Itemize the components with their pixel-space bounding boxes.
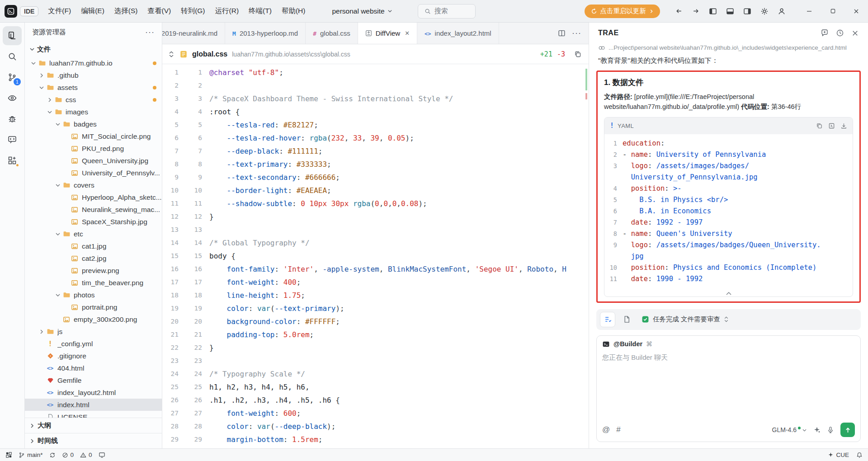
problems-errors[interactable]: 0 [62, 452, 74, 458]
code-line[interactable]: 1818 line-height: 1.75; [162, 289, 589, 302]
problems-warnings[interactable]: 0 [80, 452, 92, 458]
toggle-bottom-panel-icon[interactable] [722, 4, 738, 19]
code-line[interactable]: 22 [162, 79, 589, 92]
changed-files-button[interactable] [620, 313, 633, 326]
code-line[interactable]: 44:root { [162, 105, 589, 118]
sync-icon[interactable] [49, 452, 56, 458]
ports-icon[interactable] [99, 452, 105, 458]
tree-item[interactable]: LICENSE [25, 411, 162, 418]
tree-item[interactable]: cat2.jpg [25, 252, 162, 264]
activitybar-debug[interactable] [3, 109, 22, 128]
toggle-right-panel-icon[interactable] [740, 4, 755, 19]
code-line[interactable]: 2222} [162, 341, 589, 354]
collapse-code-button[interactable] [604, 288, 853, 296]
tree-item[interactable]: MIT_Social_circle.png [25, 130, 162, 142]
tree-item[interactable]: etc [25, 228, 162, 240]
tree-item[interactable]: .github [25, 69, 162, 81]
context-file-reference[interactable]: ...Project\personal website\luahan77m.gi… [589, 43, 868, 54]
tree-item[interactable]: tim_the_beaver.png [25, 277, 162, 289]
code-line[interactable]: 2020 background-color: #FFFFFF; [162, 315, 589, 328]
code-line[interactable]: 1616 font-family: 'Inter', -apple-system… [162, 263, 589, 276]
tree-item[interactable]: <>404.html [25, 362, 162, 374]
tree-item[interactable]: images [25, 106, 162, 118]
yaml-code-body[interactable]: 1education:2- name: University of Pennsy… [604, 134, 853, 288]
code-line[interactable]: 66 --tesla-red-hover: rgba(232, 33, 39, … [162, 132, 589, 145]
tree-item[interactable]: covers [25, 179, 162, 191]
voice-input-icon[interactable] [827, 426, 834, 433]
editor-tab[interactable]: #global.css [306, 23, 358, 44]
minimize-button[interactable] [797, 0, 821, 22]
activitybar-preview[interactable] [3, 89, 22, 108]
close-tab-icon[interactable]: ✕ [405, 30, 410, 37]
diff-code-editor[interactable]: 11@charset "utf-8";2233/* SpaceX Dashboa… [162, 64, 589, 448]
insert-code-icon[interactable] [828, 122, 835, 129]
code-line[interactable]: 2929 margin-bottom: 1.5rem; [162, 433, 589, 446]
code-line[interactable]: 1515body { [162, 249, 589, 263]
code-line[interactable]: 33/* SpaceX Dashboard Theme - Swiss Inte… [162, 92, 589, 105]
model-selector[interactable]: GLM-4.6 [772, 426, 807, 433]
code-line[interactable]: 1919 color: var(--text-primary); [162, 302, 589, 315]
send-button[interactable] [840, 423, 855, 437]
workspace-icon[interactable] [5, 452, 12, 458]
editor-tab[interactable]: M2019-neuralink.md [162, 23, 225, 44]
tree-item[interactable]: empty_300x200.png [25, 313, 162, 325]
tree-item[interactable]: preview.png [25, 264, 162, 277]
enhance-prompt-icon[interactable] [813, 426, 821, 433]
code-line[interactable]: 2626.h1, .h2, .h3, .h4, .h5, .h6 { [162, 394, 589, 407]
tree-item[interactable]: <>index.html [25, 399, 162, 411]
collapse-regions-icon[interactable] [168, 51, 175, 58]
tree-item[interactable]: portrait.png [25, 301, 162, 313]
explorer-more-icon[interactable]: ··· [145, 28, 155, 37]
tree-item[interactable]: photos [25, 289, 162, 301]
maximize-button[interactable] [821, 0, 844, 22]
tag-icon[interactable]: # [616, 425, 620, 434]
code-line[interactable]: 2525h1, h2, h3, h4, h5, h6, [162, 381, 589, 394]
apply-code-icon[interactable] [840, 122, 847, 129]
code-line[interactable]: 55 --tesla-red: #E82127; [162, 118, 589, 132]
toggle-left-panel-icon[interactable] [705, 4, 721, 19]
notifications-bell-icon[interactable] [856, 452, 863, 458]
tree-item[interactable]: PKU_red.png [25, 142, 162, 155]
tree-item[interactable]: SpaceX_Starship.jpg [25, 216, 162, 228]
menu-item[interactable]: 运行(R) [210, 4, 244, 19]
outline-section[interactable]: 大纲 [25, 418, 162, 433]
menu-item[interactable]: 帮助(H) [277, 4, 311, 19]
code-line[interactable]: 99 --text-secondary: #666666; [162, 171, 589, 184]
tree-item[interactable]: !_config.yml [25, 338, 162, 350]
tree-item[interactable]: University_of_Pennsylv... [25, 167, 162, 179]
editor-tab[interactable]: M2013-hyperloop.md [225, 23, 306, 44]
code-line[interactable]: 1010 --border-light: #EAEAEA; [162, 184, 589, 197]
activitybar-explorer[interactable] [3, 26, 22, 45]
editor-tab[interactable]: DiffView✕ [358, 23, 417, 44]
back-button[interactable] [671, 4, 686, 19]
chat-input-box[interactable]: @Builder ⌘ 您正在与 Builder 聊天 @ # GLM-4.6 [596, 335, 861, 442]
activitybar-search[interactable] [3, 47, 22, 66]
tree-item[interactable]: Queen_University.jpg [25, 155, 162, 167]
mention-icon[interactable]: @ [602, 425, 610, 434]
forward-button[interactable] [688, 4, 703, 19]
code-line[interactable]: 1414/* Global Typography */ [162, 236, 589, 249]
menu-item[interactable]: 终端(T) [244, 4, 277, 19]
account-icon[interactable] [774, 4, 789, 19]
tree-item[interactable]: cat1.jpg [25, 240, 162, 252]
code-line[interactable]: 1313 [162, 223, 589, 236]
code-line[interactable]: 2828 color: var(--deep-black); [162, 420, 589, 433]
code-line[interactable]: 1717 font-weight: 400; [162, 276, 589, 289]
code-line[interactable]: 2424/* Typography Scale */ [162, 367, 589, 381]
code-line[interactable]: 2323 [162, 354, 589, 367]
settings-gear-icon[interactable] [757, 4, 772, 19]
code-line[interactable]: 2121 padding-top: 5.0rem; [162, 328, 589, 341]
restart-update-button[interactable]: 点击重启以更新 [585, 5, 660, 18]
menu-item[interactable]: 文件(F) [43, 4, 76, 19]
tree-item[interactable]: Neuralink_sewing_mac... [25, 203, 162, 216]
tree-item[interactable]: luahan77m.github.io [25, 57, 162, 69]
code-line[interactable]: 88 --text-primary: #333333; [162, 158, 589, 171]
tree-item[interactable]: Gemfile [25, 374, 162, 386]
global-search[interactable]: 搜索 [418, 4, 476, 19]
task-status[interactable]: 任务完成 文件需要审查 [642, 315, 729, 324]
menu-item[interactable]: 编辑(E) [76, 4, 109, 19]
file-tree[interactable]: luahan77m.github.io.githubassetscssimage… [25, 57, 162, 418]
close-window-button[interactable] [844, 0, 868, 22]
tree-item[interactable]: <>index_layout2.html [25, 386, 162, 399]
tree-item[interactable]: .gitignore [25, 350, 162, 362]
